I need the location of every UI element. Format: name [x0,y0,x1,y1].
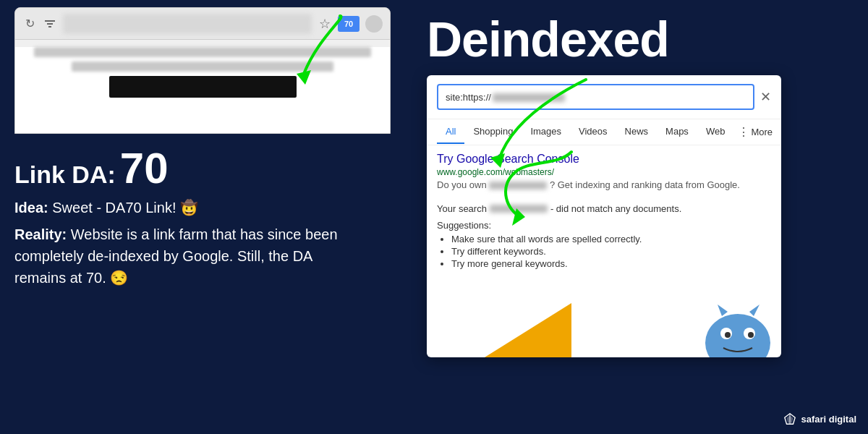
search-blurred-url [493,93,565,102]
suggestion-1: Make sure that all words are spelled cor… [451,234,771,244]
svg-marker-4 [485,303,571,357]
search-text: site:https:// [446,92,565,103]
more-label: More [751,127,773,137]
svg-point-9 [748,332,754,338]
blurred-domain [489,182,547,190]
google-results: Try Google Search Console www.google.com… [427,145,781,279]
reality-label: Reality: [14,226,67,242]
google-search-input[interactable]: site:https:// [437,84,754,110]
filter-icon [43,17,57,31]
right-panel: Deindexed site:https:// ✕ All Shopping I… [405,0,868,434]
tab-web[interactable]: Web [697,120,734,144]
search-prefix: site:https:// [446,92,491,103]
result-desc-prefix: Do you own [437,179,487,190]
suggestions-list: Make sure that all words are spelled cor… [451,234,771,269]
svg-point-8 [725,332,731,338]
tab-maps[interactable]: Maps [657,120,697,144]
result-url: www.google.com/webmasters/ [437,167,771,177]
blurred-search-term [490,205,548,213]
svg-marker-11 [749,305,760,316]
tab-all[interactable]: All [437,120,464,144]
no-results-prefix: Your search [437,203,487,214]
svg-rect-1 [47,23,53,25]
google-nav: All Shopping Images Videos News Maps Web… [427,119,781,145]
suggestions-header: Suggestions: [437,220,771,231]
reload-icon[interactable]: ↻ [22,17,37,31]
link-da-label: Link DA: [14,161,116,189]
result-link[interactable]: Try Google Search Console [437,153,771,166]
search-close-icon[interactable]: ✕ [760,89,771,105]
idea-line: Idea: Sweet - DA70 Link! 🤠 [14,197,383,218]
google-search-bar: site:https:// ✕ [427,75,781,119]
tab-more[interactable]: ⋮ More [733,119,777,145]
result-desc-suffix: ? Get indexing and ranking data from Goo… [550,179,740,190]
yellow-shape [485,303,571,357]
link-da-number: 70 [120,147,169,190]
google-screenshot: site:https:// ✕ All Shopping Images Vide… [427,75,781,357]
no-results-suffix: - did not match any documents. [550,203,681,214]
suggestion-3: Try more general keywords. [451,258,771,269]
safari-digital-text: safari digital [801,414,856,425]
link-da-line: Link DA: 70 [14,147,383,190]
safari-watermark: safari digital [783,412,856,425]
blue-monster [702,303,774,357]
profile-icon[interactable] [365,15,383,33]
no-results-message: Your search - did not match any document… [437,203,771,214]
bottom-decorations [427,303,781,357]
suggestions-block: Suggestions: Make sure that all words ar… [437,220,771,269]
tab-images[interactable]: Images [522,120,570,144]
svg-marker-10 [718,305,728,316]
svg-rect-0 [45,20,55,22]
idea-text: Sweet - DA70 Link! 🤠 [52,200,198,216]
suggestion-2: Try different keywords. [451,246,771,257]
svg-marker-3 [297,70,311,85]
idea-label: Idea: [14,200,48,216]
left-panel: ↻ ☆ 70 Link DA: 70 Id [0,0,405,434]
reality-block: Reality: Website is a link farm that has… [14,224,362,289]
tab-shopping[interactable]: Shopping [464,120,522,144]
deindexed-title: Deindexed [427,14,669,64]
svg-rect-2 [48,26,51,27]
result-desc: Do you own ? Get indexing and ranking da… [437,179,771,192]
safari-digital-logo [783,412,796,425]
tab-videos[interactable]: Videos [570,120,616,144]
green-arrow-top [275,9,362,88]
tab-news[interactable]: News [616,120,658,144]
